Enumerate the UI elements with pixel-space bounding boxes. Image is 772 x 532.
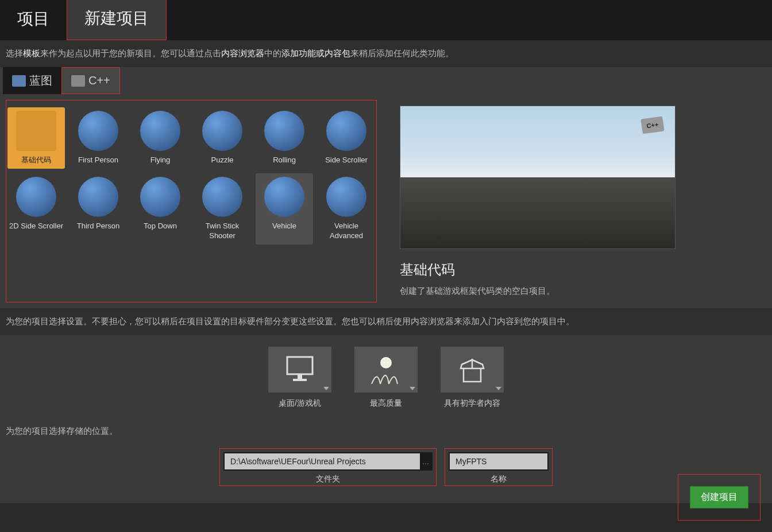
svg-rect-0: [287, 357, 312, 374]
subtab-cpp-label: C++: [88, 74, 110, 87]
template-icon: [264, 111, 304, 151]
template-label: Flying: [150, 156, 171, 165]
template-label: First Person: [78, 156, 118, 165]
svg-rect-2: [293, 379, 307, 381]
template-twin-stick-shooter[interactable]: Twin Stick Shooter: [194, 173, 251, 244]
subtab-cpp[interactable]: C++: [61, 67, 120, 94]
setting-platform[interactable]: 桌面/游戏机: [268, 347, 331, 409]
browse-button[interactable]: ...: [420, 457, 431, 466]
template-label: Vehicle: [272, 222, 296, 231]
tab-projects[interactable]: 项目: [0, 0, 67, 40]
template-label: Third Person: [77, 222, 119, 231]
template-top-down[interactable]: Top Down: [132, 173, 189, 244]
template-label: 基础代码: [21, 156, 51, 165]
template-icon: [202, 111, 242, 151]
template-icon: [326, 111, 366, 151]
setting-platform-label: 桌面/游戏机: [279, 398, 321, 409]
starter-content-icon: [455, 354, 489, 386]
template-vehicle[interactable]: Vehicle: [256, 173, 313, 244]
create-project-button[interactable]: 创建项目: [690, 486, 748, 508]
template-label: Puzzle: [211, 156, 233, 165]
setting-quality[interactable]: 最高质量: [354, 347, 418, 409]
template-icon: [326, 177, 366, 217]
name-label: 名称: [491, 474, 507, 484]
top-tabs: 项目 新建项目: [0, 0, 772, 40]
template-icon: [140, 111, 180, 151]
template-icon: [140, 177, 180, 217]
template-rolling[interactable]: Rolling: [256, 107, 313, 169]
template-first-person[interactable]: First Person: [70, 107, 127, 169]
chevron-down-icon: [323, 387, 329, 390]
chevron-down-icon: [496, 387, 501, 390]
folder-input[interactable]: [225, 453, 420, 469]
template-label: Rolling: [273, 156, 296, 165]
template-icon: [16, 177, 56, 217]
template-third-person[interactable]: Third Person: [70, 173, 127, 244]
template-icon: [16, 111, 56, 151]
template-2d-side-scroller[interactable]: 2D Side Scroller: [7, 173, 65, 244]
settings-info-bar: 为您的项目选择设置。不要担心，您可以稍后在项目设置的目标硬件部分变更这些设置。您…: [0, 308, 772, 335]
template-icon: [78, 177, 118, 217]
cpp-badge-icon: C++: [640, 116, 664, 134]
template-label: Twin Stick Shooter: [195, 222, 250, 241]
template-icon: [264, 177, 304, 217]
setting-starter[interactable]: 具有初学者内容: [441, 347, 504, 409]
project-name-input[interactable]: [450, 453, 547, 469]
tab-new-project[interactable]: 新建项目: [67, 0, 167, 40]
preview-area: C++ 基础代码 创建了基础游戏框架代码类的空白项目。: [388, 100, 766, 302]
template-label: 2D Side Scroller: [9, 222, 63, 231]
template-label: Top Down: [144, 222, 177, 231]
svg-point-3: [380, 357, 392, 368]
template-label: Side Scroller: [325, 156, 368, 165]
setting-quality-label: 最高质量: [370, 398, 402, 409]
preview-image: C++: [400, 106, 676, 249]
template-icon: [202, 177, 242, 217]
chevron-down-icon: [410, 387, 415, 390]
path-row: ... 文件夹 名称: [0, 442, 772, 503]
template-icon: [78, 111, 118, 151]
subtab-blueprint-label: 蓝图: [29, 73, 52, 88]
template-flying[interactable]: Flying: [132, 107, 189, 169]
folder-label: 文件夹: [316, 474, 340, 484]
template-vehicle-advanced[interactable]: Vehicle Advanced: [318, 173, 375, 244]
sub-tabs: 蓝图 C++: [0, 67, 772, 94]
preview-title: 基础代码: [400, 261, 755, 279]
template-info-bar: 选择模板来作为起点以用于您的新项目。您可以通过点击内容浏览器中的添加功能或内容包…: [0, 40, 772, 67]
blueprint-icon: [12, 75, 26, 87]
setting-starter-label: 具有初学者内容: [444, 398, 500, 409]
subtab-blueprint[interactable]: 蓝图: [3, 67, 61, 94]
quality-icon: [366, 352, 406, 387]
template-puzzle[interactable]: Puzzle: [194, 107, 251, 169]
preview-description: 创建了基础游戏框架代码类的空白项目。: [400, 286, 755, 297]
svg-rect-1: [298, 374, 302, 379]
template-基础代码[interactable]: 基础代码: [7, 107, 65, 169]
create-button-area: 创建项目: [678, 474, 761, 521]
template-side-scroller[interactable]: Side Scroller: [318, 107, 375, 169]
cpp-icon: [71, 75, 85, 87]
template-label: Vehicle Advanced: [319, 222, 374, 241]
settings-row: 桌面/游戏机 最高质量 具有初学者内容: [0, 335, 772, 414]
template-grid: 基础代码First PersonFlyingPuzzleRollingSide …: [7, 102, 375, 250]
monitor-icon: [283, 354, 317, 386]
location-info-bar: 为您的项目选择存储的位置。: [0, 414, 772, 442]
